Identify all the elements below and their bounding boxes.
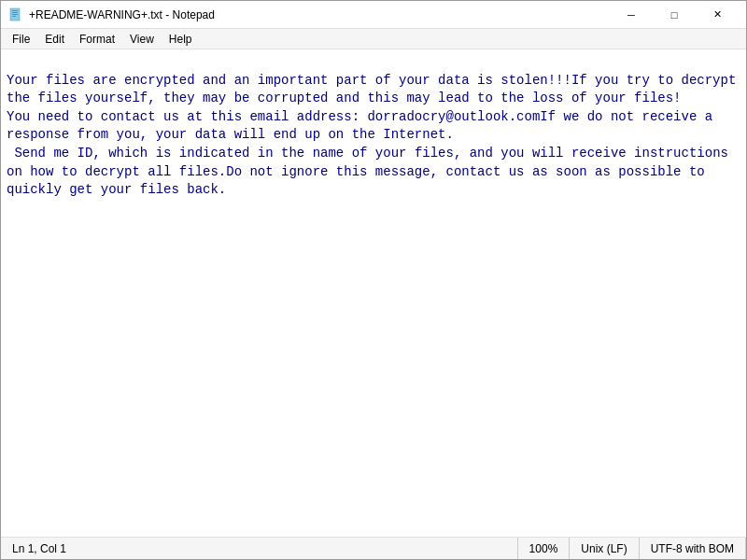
window-controls: ─ □ ✕ xyxy=(610,1,739,29)
text-editor[interactable] xyxy=(1,49,746,537)
status-position: Ln 1, Col 1 xyxy=(1,538,518,559)
menu-view[interactable]: View xyxy=(122,31,162,48)
menu-help[interactable]: Help xyxy=(162,31,200,48)
window-title: +README-WARNING+.txt - Notepad xyxy=(29,8,215,21)
status-line-ending: Unix (LF) xyxy=(570,538,639,559)
status-bar: Ln 1, Col 1 100% Unix (LF) UTF-8 with BO… xyxy=(1,537,746,559)
status-encoding: UTF-8 with BOM xyxy=(640,538,746,559)
svg-rect-4 xyxy=(12,16,16,17)
title-bar-left: +README-WARNING+.txt - Notepad xyxy=(8,7,215,22)
menu-bar: File Edit Format View Help xyxy=(1,29,746,49)
title-bar: +README-WARNING+.txt - Notepad ─ □ ✕ xyxy=(1,1,746,29)
svg-rect-1 xyxy=(12,10,18,11)
close-button[interactable]: ✕ xyxy=(696,1,739,29)
editor-area xyxy=(1,49,746,537)
menu-edit[interactable]: Edit xyxy=(37,31,72,48)
status-zoom: 100% xyxy=(518,538,571,559)
maximize-button[interactable]: □ xyxy=(653,1,696,29)
svg-rect-2 xyxy=(12,12,18,13)
app-icon xyxy=(8,7,23,22)
minimize-button[interactable]: ─ xyxy=(610,1,653,29)
notepad-window: +README-WARNING+.txt - Notepad ─ □ ✕ Fil… xyxy=(0,0,747,560)
svg-rect-3 xyxy=(12,14,18,15)
menu-file[interactable]: File xyxy=(5,31,37,48)
menu-format[interactable]: Format xyxy=(72,31,122,48)
